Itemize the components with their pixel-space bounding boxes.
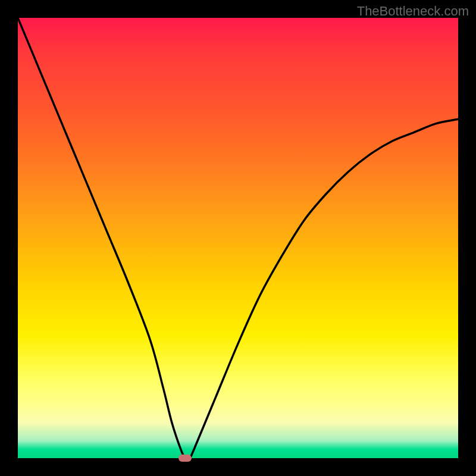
minimum-marker [178, 455, 192, 462]
bottleneck-curve [18, 18, 458, 458]
bottleneck-curve-svg [18, 18, 458, 458]
plot-background [18, 18, 458, 458]
watermark-text: TheBottleneck.com [357, 4, 469, 19]
